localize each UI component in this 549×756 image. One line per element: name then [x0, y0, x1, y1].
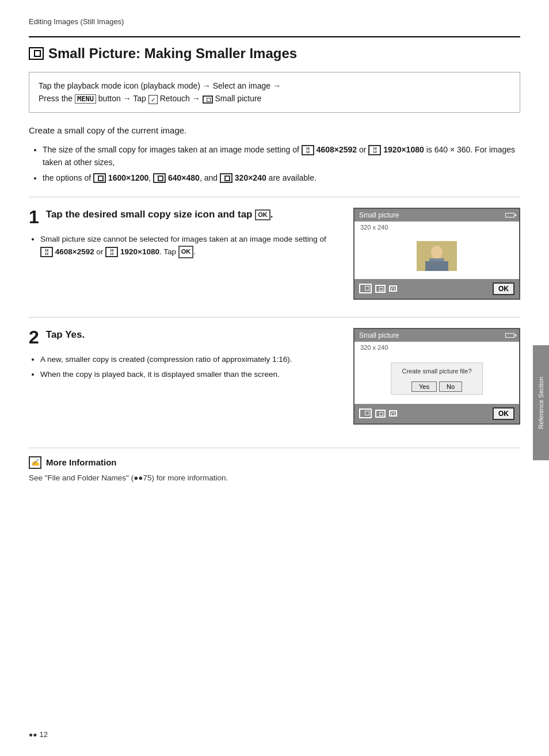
- ok-icon-step1b: OK: [178, 246, 194, 258]
- svg-rect-3: [425, 261, 448, 271]
- cam-image-area-1: [354, 233, 519, 279]
- bullet-2: the options of 1600×1200, 640×480, and 3…: [43, 171, 520, 184]
- footer-icon: ●●: [29, 731, 37, 739]
- size-medium-icon-2[interactable]: [375, 410, 386, 418]
- cam-dialog-buttons: Yes No: [391, 379, 482, 394]
- step-1-header-text: Tap the desired small copy size icon and…: [46, 209, 273, 220]
- intro-text: Create a small copy of the current image…: [29, 125, 520, 135]
- step2-dialog-area: Create small picture file? Yes No: [354, 353, 519, 404]
- cam-dialog-text: Create small picture file?: [391, 363, 482, 379]
- reference-section-sidebar: Reference Section: [533, 345, 549, 460]
- size-small-icon[interactable]: [389, 285, 397, 292]
- menu-button-label: MENU: [75, 94, 96, 104]
- instruction-line2: Press the MENU button → Tap ✓ Retouch → …: [39, 92, 510, 105]
- step-2-bullets: A new, smaller copy is created (compress…: [29, 353, 336, 380]
- instruction-line1: Tap the playback mode icon (playback mod…: [39, 79, 510, 92]
- battery-icon-1: [505, 213, 514, 217]
- step1-res-icon-4608: 1612: [40, 247, 53, 257]
- small-picture-icon: [203, 96, 213, 104]
- page-footer: ●● 12: [29, 730, 48, 739]
- cam-no-button[interactable]: No: [439, 381, 462, 392]
- step-2-header-text: Tap Yes.: [46, 329, 85, 340]
- sidebar-label: Reference Section: [537, 377, 544, 429]
- step-1-section: 1 Tap the desired small copy size icon a…: [29, 208, 520, 300]
- divider-2: [29, 317, 520, 318]
- size-large-icon[interactable]: [359, 284, 372, 293]
- size-large-icon-2[interactable]: [359, 408, 372, 418]
- feature-bullets: The size of the small copy for images ta…: [29, 143, 520, 184]
- cam-title-2: Small picture: [359, 331, 399, 339]
- cam-title-1: Small picture: [359, 211, 399, 219]
- more-info-header: ✍ More Information: [29, 456, 520, 469]
- more-info-title: More Information: [46, 457, 117, 467]
- cam-label-2: 320 x 240: [354, 342, 519, 353]
- cam-ok-button-1[interactable]: OK: [493, 282, 514, 295]
- breadcrumb: Editing Images (Still Images): [29, 17, 520, 26]
- size-320-icon: [220, 173, 232, 183]
- cam-ok-button-2[interactable]: OK: [493, 407, 514, 420]
- retouch-icon: ✓: [148, 95, 158, 104]
- camera-screen-2: Small picture 320 x 240 Create small pic…: [353, 328, 520, 425]
- step-2-header: 2 Tap Yes.: [29, 328, 336, 346]
- cam-dialog-box: Create small picture file? Yes No: [391, 362, 483, 395]
- bullet-1: The size of the small copy for images ta…: [43, 143, 520, 169]
- cam-thumbnail-1: [417, 241, 457, 271]
- step-2-number: 2: [29, 328, 39, 346]
- step-1-left: 1 Tap the desired small copy size icon a…: [29, 208, 336, 261]
- step-1-bullets: Small picture size cannot be selected fo…: [29, 233, 336, 258]
- step-1-screen: Small picture 320 x 240: [353, 208, 520, 300]
- cam-label-1: 320 x 240: [354, 222, 519, 233]
- divider-1: [29, 197, 520, 197]
- page-number: 12: [40, 730, 48, 739]
- instruction-box: Tap the playback mode icon (playback mod…: [29, 72, 520, 113]
- cam-bottom-2: OK: [354, 404, 519, 423]
- camera-screen-1: Small picture 320 x 240: [353, 208, 520, 300]
- size-1600-icon: [93, 173, 106, 183]
- size-icons-container-2[interactable]: [359, 408, 397, 418]
- size-640-icon: [153, 173, 166, 183]
- res-icon-1920: 1612: [368, 145, 381, 155]
- small-picture-title-icon: [29, 47, 44, 60]
- cam-header-1: Small picture: [354, 209, 519, 222]
- step-2-bullet-2: When the copy is played back, it is disp…: [40, 368, 336, 381]
- step-1-number: 1: [29, 208, 39, 226]
- more-info-section: ✍ More Information See "File and Folder …: [29, 448, 520, 482]
- ok-icon-step1: OK: [255, 209, 270, 220]
- step-2-left: 2 Tap Yes. A new, smaller copy is create…: [29, 328, 336, 383]
- step-2-section: 2 Tap Yes. A new, smaller copy is create…: [29, 328, 520, 425]
- more-info-text: See "File and Folder Names" (●●75) for m…: [29, 474, 520, 482]
- step-2-screen: Small picture 320 x 240 Create small pic…: [353, 328, 520, 425]
- step-1-header: 1 Tap the desired small copy size icon a…: [29, 208, 336, 226]
- page-title: Small Picture: Making Smaller Images: [29, 36, 520, 62]
- thumbnail-image-1: [417, 241, 457, 271]
- cam-header-2: Small picture: [354, 329, 519, 342]
- size-small-icon-2[interactable]: [389, 410, 397, 417]
- size-icons-container-1[interactable]: [359, 284, 397, 293]
- step-2-bullet-1: A new, smaller copy is created (compress…: [40, 353, 336, 366]
- step1-res-icon-1920: 1612: [105, 247, 118, 257]
- size-medium-icon[interactable]: [375, 285, 386, 293]
- cam-yes-button[interactable]: Yes: [411, 381, 437, 392]
- battery-icon-2: [505, 333, 514, 338]
- cam-bottom-1: OK: [354, 279, 519, 299]
- res-icon-4608: 1612: [302, 145, 314, 155]
- note-icon: ✍: [29, 456, 41, 469]
- svg-point-1: [431, 246, 443, 259]
- step-1-bullet-1: Small picture size cannot be selected fo…: [40, 233, 336, 258]
